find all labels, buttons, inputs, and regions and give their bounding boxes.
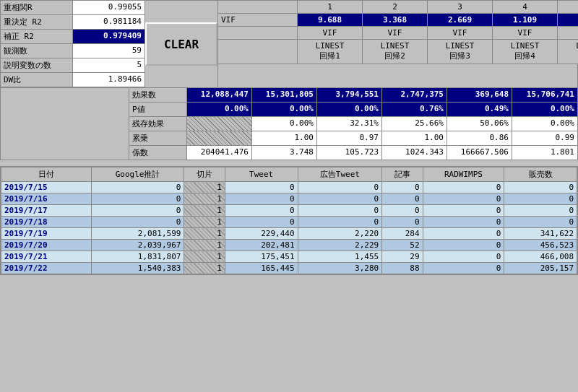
table-cell: 3,280 bbox=[298, 263, 382, 274]
stat-label-2: 補正 R2 bbox=[1, 30, 73, 43]
mid-cell-2-2: 32.31% bbox=[317, 117, 382, 131]
table-cell: 205,157 bbox=[504, 263, 577, 274]
stat-value-1: 0.981184 bbox=[73, 15, 145, 29]
table-cell-date: 2019/7/19 bbox=[1, 228, 92, 240]
table-cell: 0 bbox=[91, 205, 184, 217]
mid-label-0: 効果数 bbox=[129, 88, 187, 102]
table-cell: 0 bbox=[423, 182, 504, 193]
table-cell: 0 bbox=[382, 217, 423, 228]
stat-label-1: 重決定 R2 bbox=[1, 15, 73, 29]
mid-cell-3-3: 1.00 bbox=[382, 131, 447, 145]
th-date: 日付 bbox=[1, 167, 92, 182]
mid-row-0: 効果数 12,088,447 15,301,805 3,794,551 2,74… bbox=[129, 88, 577, 103]
top-section: 重相関R 0.99055 重決定 R2 0.981184 補正 R2 0.979… bbox=[0, 0, 578, 88]
stat-label-5: DW比 bbox=[1, 73, 73, 87]
table-cell: 466,008 bbox=[504, 251, 577, 263]
mid-cell-1-4: 0.49% bbox=[447, 103, 512, 116]
table-row: 2019/7/180100000 bbox=[1, 217, 577, 228]
stat-value-0: 0.99055 bbox=[73, 1, 145, 14]
col-empty-0 bbox=[218, 1, 298, 13]
mid-cell-4-3: 1024.343 bbox=[382, 146, 447, 160]
table-cell: 1,455 bbox=[298, 251, 382, 263]
data-table: 日付 Google推計 切片 Tweet 広告Tweet 記事 RADWIMPS… bbox=[1, 167, 577, 274]
table-cell-date: 2019/7/15 bbox=[1, 182, 92, 193]
table-cell: 175,451 bbox=[225, 251, 298, 263]
table-cell: 0 bbox=[91, 182, 184, 193]
table-cell: 0 bbox=[423, 205, 504, 217]
table-cell: 1,540,383 bbox=[91, 263, 184, 274]
mid-label-3: 累乗 bbox=[129, 131, 187, 145]
middle-left bbox=[1, 88, 129, 160]
table-cell: 1 bbox=[184, 251, 225, 263]
table-cell: 0 bbox=[298, 193, 382, 205]
linest-2: LINEST回帰2 bbox=[363, 40, 428, 64]
mid-cell-0-2: 3,794,551 bbox=[317, 88, 382, 102]
table-cell: 0 bbox=[504, 182, 577, 193]
stat-row-2: 重決定 R2 0.981184 bbox=[1, 15, 144, 30]
middle-right: 効果数 12,088,447 15,301,805 3,794,551 2,74… bbox=[129, 88, 577, 160]
table-cell-date: 2019/7/22 bbox=[1, 263, 92, 274]
vif-val-2: 3.368 bbox=[363, 14, 428, 26]
table-cell: 0 bbox=[423, 263, 504, 274]
table-cell: 1,831,807 bbox=[91, 251, 184, 263]
table-cell: 0 bbox=[504, 205, 577, 217]
mid-cell-3-1: 1.00 bbox=[252, 131, 317, 145]
mid-label-2: 残存効果 bbox=[129, 117, 187, 131]
table-row: 2019/7/211,831,8071175,4511,455290466,00… bbox=[1, 251, 577, 263]
table-cell: 1 bbox=[184, 193, 225, 205]
table-cell: 2,039,967 bbox=[91, 240, 184, 251]
table-cell: 1 bbox=[184, 182, 225, 193]
linest-3: LINEST回帰3 bbox=[428, 40, 493, 64]
stat-label-4: 説明変数の数 bbox=[1, 58, 73, 72]
table-cell: 0 bbox=[504, 193, 577, 205]
middle-section: 効果数 12,088,447 15,301,805 3,794,551 2,74… bbox=[0, 88, 578, 160]
table-cell: 88 bbox=[382, 263, 423, 274]
table-header-row: 日付 Google推計 切片 Tweet 広告Tweet 記事 RADWIMPS… bbox=[1, 167, 577, 182]
table-cell: 0 bbox=[225, 193, 298, 205]
mid-cell-1-3: 0.76% bbox=[382, 103, 447, 116]
mid-row-2: 残存効果 0.00% 32.31% 25.66% 50.06% 0.00% bbox=[129, 117, 577, 131]
table-cell: 456,523 bbox=[504, 240, 577, 251]
vif-labels-row: VIF VIF VIF VIF bbox=[218, 27, 578, 40]
col-num-1: 1 bbox=[298, 1, 363, 13]
table-row: 2019/7/150100000 bbox=[1, 182, 577, 193]
table-cell: 0 bbox=[298, 205, 382, 217]
table-cell: 2,081,599 bbox=[91, 228, 184, 240]
stat-row-6: DW比 1.89466 bbox=[1, 73, 144, 87]
col-num-2: 2 bbox=[363, 1, 428, 13]
th-ad-tweet: 広告Tweet bbox=[298, 167, 382, 182]
clear-button[interactable]: CLEAR bbox=[145, 22, 217, 66]
mid-label-1: P値 bbox=[129, 103, 187, 116]
table-cell: 0 bbox=[423, 228, 504, 240]
vif-val-4: 1.109 bbox=[493, 14, 558, 26]
linest-1: LINEST回帰1 bbox=[298, 40, 363, 64]
stat-row-5: 説明変数の数 5 bbox=[1, 58, 144, 73]
table-cell: 0 bbox=[298, 217, 382, 228]
table-cell: 0 bbox=[423, 193, 504, 205]
stat-value-5: 1.89466 bbox=[73, 73, 145, 87]
vif-label-5 bbox=[558, 27, 578, 39]
table-row: 2019/7/160100000 bbox=[1, 193, 577, 205]
stat-value-3: 59 bbox=[73, 44, 145, 58]
mid-cell-1-0: 0.00% bbox=[187, 103, 252, 116]
table-cell: 0 bbox=[423, 217, 504, 228]
table-row: 2019/7/202,039,9671202,4812,229520456,52… bbox=[1, 240, 577, 251]
mid-cell-0-4: 369,648 bbox=[447, 88, 512, 102]
table-cell: 1 bbox=[184, 205, 225, 217]
table-cell: 0 bbox=[423, 251, 504, 263]
table-cell: 1 bbox=[184, 217, 225, 228]
mid-row-3: 累乗 1.00 0.97 1.00 0.86 0.99 bbox=[129, 131, 577, 146]
linest-5: LINEST回帰5 bbox=[558, 40, 578, 64]
bottom-section: 日付 Google推計 切片 Tweet 広告Tweet 記事 RADWIMPS… bbox=[0, 166, 578, 275]
vif-val-5: 2.822 bbox=[558, 14, 578, 26]
mid-cell-2-4: 50.06% bbox=[447, 117, 512, 131]
stat-value-4: 5 bbox=[73, 58, 145, 72]
mid-cell-0-3: 2,747,375 bbox=[382, 88, 447, 102]
stat-value-2: 0.979409 bbox=[73, 30, 145, 43]
mid-cell-0-0: 12,088,447 bbox=[187, 88, 252, 102]
table-row: 2019/7/192,081,5991229,4402,2202840341,6… bbox=[1, 228, 577, 240]
table-cell: 0 bbox=[91, 193, 184, 205]
table-row: 2019/7/221,540,3831165,4453,280880205,15… bbox=[1, 263, 577, 274]
mid-cell-3-2: 0.97 bbox=[317, 131, 382, 145]
table-cell: 2,229 bbox=[298, 240, 382, 251]
